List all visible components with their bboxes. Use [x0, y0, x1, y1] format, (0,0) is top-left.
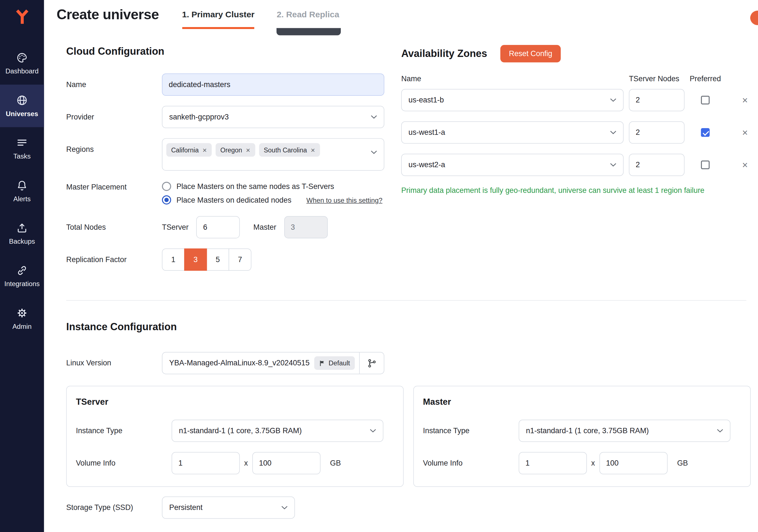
instance-configuration-heading: Instance Configuration [66, 321, 758, 333]
remove-region-icon[interactable]: × [203, 146, 207, 154]
chevron-down-icon [610, 131, 616, 134]
tserver-card-heading: TServer [76, 397, 394, 407]
replication-factor-3-button[interactable]: 3 [184, 248, 207, 271]
storage-type-label: Storage Type (SSD) [66, 503, 162, 512]
sidebar-item-tasks[interactable]: Tasks [0, 127, 44, 170]
chevron-down-icon [371, 151, 377, 154]
linux-version-row: Linux Version YBA-Managed-AlmaLinux-8.9_… [66, 352, 758, 374]
sidebar-item-label: Universes [6, 110, 38, 118]
tserver-volume-count-input[interactable] [172, 452, 240, 475]
master-card: Master Instance Type n1-standard-1 (1 co… [413, 386, 751, 487]
sidebar-item-integrations[interactable]: Integrations [0, 255, 44, 297]
tab-primary-cluster[interactable]: 1. Primary Cluster [182, 0, 254, 29]
tserver-instance-type-select[interactable]: n1-standard-1 (1 core, 3.75GB RAM) [172, 419, 384, 442]
zone-select[interactable]: us-west1-a [401, 122, 624, 144]
linux-version-select[interactable]: YBA-Managed-AlmaLinux-8.9_v20240515 Defa… [162, 352, 384, 374]
reset-config-button[interactable]: Reset Config [500, 45, 561, 62]
remove-zone-icon[interactable]: × [742, 160, 751, 170]
sidebar-item-label: Admin [12, 322, 32, 330]
az-col-name: Name [401, 75, 629, 83]
sidebar-item-label: Dashboard [5, 67, 39, 75]
geo-redundancy-status: Primary data placement is fully geo-redu… [401, 186, 751, 195]
volume-unit: GB [677, 459, 688, 468]
replication-factor-group: 1 3 5 7 [162, 248, 251, 271]
replication-factor-7-button[interactable]: 7 [228, 248, 251, 271]
replication-factor-1-button[interactable]: 1 [162, 248, 185, 271]
instance-configuration-section: Instance Configuration Linux Version YBA… [66, 321, 758, 518]
replication-factor-5-button[interactable]: 5 [207, 248, 229, 271]
total-nodes-row: Total Nodes TServer Master [66, 216, 384, 238]
branch-icon [367, 358, 377, 368]
sidebar-item-alerts[interactable]: Alerts [0, 170, 44, 212]
zone-nodes-input[interactable] [629, 122, 684, 144]
volume-unit: GB [330, 459, 341, 468]
zone-select[interactable]: us-west2-a [401, 154, 624, 176]
chevron-down-icon [610, 163, 616, 167]
master-volume-count-input[interactable] [519, 452, 587, 475]
instance-type-label: Instance Type [423, 427, 519, 435]
preferred-checkbox[interactable] [701, 128, 710, 137]
radio-dedicated-nodes[interactable] [162, 195, 171, 205]
tserver-card: TServer Instance Type n1-standard-1 (1 c… [66, 386, 403, 487]
zone-nodes-input[interactable] [629, 89, 684, 111]
sidebar-item-universes[interactable]: Universes [0, 85, 44, 127]
zone-select[interactable]: us-east1-b [401, 89, 624, 111]
zone-nodes-input[interactable] [629, 154, 684, 176]
tserver-nodes-label: TServer [162, 223, 189, 231]
volume-info-label: Volume Info [76, 459, 172, 468]
az-row: us-east1-b × [401, 89, 751, 111]
radio-same-nodes-label: Place Masters on the same nodes as T-Ser… [176, 182, 334, 191]
master-instance-type-select[interactable]: n1-standard-1 (1 core, 3.75GB RAM) [519, 419, 731, 442]
master-placement-options: Place Masters on the same nodes as T-Ser… [162, 181, 382, 205]
avatar[interactable] [750, 11, 758, 25]
az-col-preferred: Preferred [689, 75, 722, 83]
volume-multiplier: x [244, 459, 248, 468]
tserver-volume-row: Volume Info x GB [76, 452, 394, 475]
region-chip: South Carolina × [259, 143, 320, 157]
az-col-tserver-nodes: TServer Nodes [629, 75, 688, 83]
remove-zone-icon[interactable]: × [742, 127, 751, 137]
create-universe-page: Dashboard Universes Tasks [0, 0, 758, 532]
regions-multiselect[interactable]: California × Oregon × South Carolina × [162, 138, 384, 170]
sidebar-item-backups[interactable]: Backups [0, 212, 44, 255]
sidebar-nav: Dashboard Universes Tasks [0, 42, 44, 340]
master-volume-size-input[interactable] [599, 452, 667, 475]
cloud-configuration-heading: Cloud Configuration [66, 46, 384, 57]
when-to-use-link[interactable]: When to use this setting? [306, 196, 382, 204]
preferred-checkbox[interactable] [701, 96, 710, 104]
page-content: Cloud Configuration Name Provider sanket… [44, 29, 758, 532]
volume-multiplier: x [591, 459, 595, 468]
chevron-down-icon [370, 429, 376, 433]
sidebar-item-label: Alerts [14, 195, 31, 203]
universe-name-input[interactable] [162, 73, 384, 96]
sidebar-item-dashboard[interactable]: Dashboard [0, 42, 44, 85]
sidebar-item-admin[interactable]: Admin [0, 297, 44, 340]
provider-select[interactable]: sanketh-gcpprov3 [162, 106, 384, 128]
total-nodes-label: Total Nodes [66, 223, 162, 231]
page-header: Create universe 1. Primary Cluster 2. Re… [44, 0, 758, 29]
preferred-checkbox[interactable] [701, 160, 710, 169]
replication-factor-row: Replication Factor 1 3 5 7 [66, 248, 384, 271]
tasks-list-icon [16, 137, 28, 149]
remove-region-icon[interactable]: × [246, 146, 250, 154]
sidebar-item-label: Tasks [14, 152, 31, 160]
volume-info-label: Volume Info [423, 459, 519, 468]
az-row: us-west1-a × [401, 122, 751, 144]
master-card-heading: Master [423, 397, 741, 407]
remove-zone-icon[interactable]: × [742, 95, 751, 105]
tab-read-replica[interactable]: 2. Read Replica [277, 0, 339, 29]
link-icon [16, 264, 28, 276]
master-placement-label: Master Placement [66, 181, 162, 192]
linux-version-branch-button[interactable] [360, 353, 384, 374]
storage-type-select[interactable]: Persistent [162, 497, 295, 519]
master-nodes-label: Master [254, 223, 276, 231]
remove-region-icon[interactable]: × [311, 146, 315, 154]
yugabyte-logo-icon[interactable] [13, 5, 31, 30]
instance-type-label: Instance Type [76, 427, 172, 435]
tserver-volume-size-input[interactable] [252, 452, 320, 475]
replication-factor-label: Replication Factor [66, 255, 162, 264]
availability-zones-heading: Availability Zones [401, 48, 487, 59]
provider-label: Provider [66, 113, 162, 122]
radio-same-nodes[interactable] [162, 182, 171, 191]
tserver-nodes-input[interactable] [196, 216, 240, 238]
